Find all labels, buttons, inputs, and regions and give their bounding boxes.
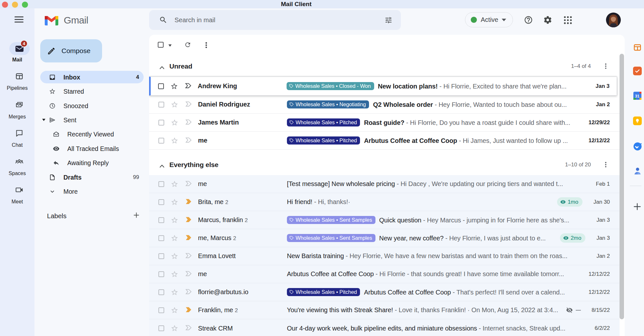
svg-text:31: 31 [635, 94, 639, 98]
